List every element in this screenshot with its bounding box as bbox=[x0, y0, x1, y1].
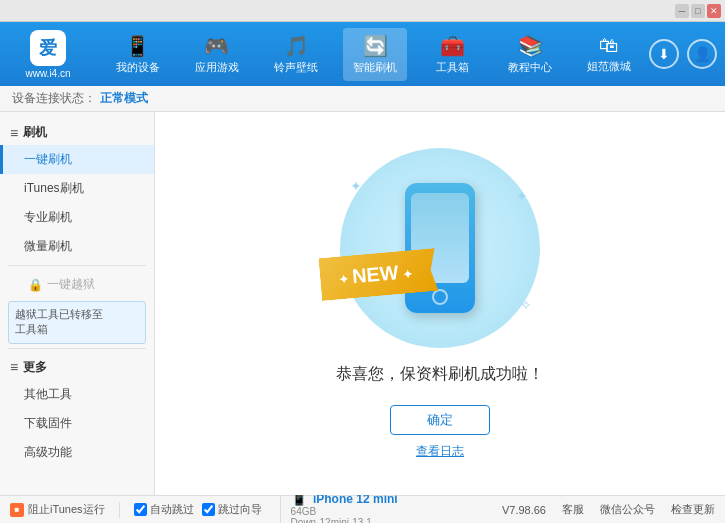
update-link[interactable]: 检查更新 bbox=[671, 502, 715, 517]
service-link[interactable]: 客服 bbox=[562, 502, 584, 517]
lock-icon: 🔒 bbox=[28, 278, 43, 292]
auto-jump-input[interactable] bbox=[134, 503, 147, 516]
sidebar: ≡ 刷机 一键刷机 iTunes刷机 专业刷机 微量刷机 🔒 一键越狱 越狱工具… bbox=[0, 112, 155, 495]
main-layout: ≡ 刷机 一键刷机 iTunes刷机 专业刷机 微量刷机 🔒 一键越狱 越狱工具… bbox=[0, 112, 725, 495]
sidebar-item-firmware[interactable]: 下载固件 bbox=[0, 409, 154, 438]
sidebar-jailbreak-disabled: 🔒 一键越狱 bbox=[0, 270, 154, 297]
nav-my-device[interactable]: 📱 我的设备 bbox=[106, 28, 170, 81]
device-info: 📱 iPhone 12 mini 64GB Down-12mini-13,1 bbox=[280, 491, 398, 523]
nav-apps-games[interactable]: 🎮 应用游戏 bbox=[185, 28, 249, 81]
logo[interactable]: 爱 www.i4.cn bbox=[8, 30, 88, 79]
nav-ringtones[interactable]: 🎵 铃声壁纸 bbox=[264, 28, 328, 81]
status-value: 正常模式 bbox=[100, 90, 148, 107]
more-section-label: 更多 bbox=[23, 359, 47, 376]
stop-icon: ■ bbox=[10, 503, 24, 517]
nav-ringtones-label: 铃声壁纸 bbox=[274, 60, 318, 75]
sidebar-divider-1 bbox=[8, 265, 146, 266]
auto-jump-checkbox[interactable]: 自动跳过 bbox=[134, 502, 194, 517]
sparkle-3: ✧ bbox=[520, 297, 532, 313]
nav-smart-flash[interactable]: 🔄 智能刷机 bbox=[343, 28, 407, 81]
nav-my-device-label: 我的设备 bbox=[116, 60, 160, 75]
bottom-left: ■ 阻止iTunes运行 自动跳过 跳过向导 📱 iPhone 12 mini … bbox=[10, 491, 502, 523]
sidebar-item-advanced[interactable]: 高级功能 bbox=[0, 438, 154, 467]
nav-toolbox[interactable]: 🧰 工具箱 bbox=[423, 28, 483, 81]
skip-wizard-input[interactable] bbox=[202, 503, 215, 516]
toolbox-icon: 🧰 bbox=[440, 34, 465, 58]
nav-right: ⬇ 👤 bbox=[649, 39, 717, 69]
device-icon: 📱 bbox=[125, 34, 150, 58]
wechat-link[interactable]: 微信公众号 bbox=[600, 502, 655, 517]
store-icon: 🛍 bbox=[599, 34, 619, 57]
device-storage: 64GB bbox=[291, 506, 398, 517]
logo-icon: 爱 bbox=[30, 30, 66, 66]
apps-icon: 🎮 bbox=[204, 34, 229, 58]
nav-store[interactable]: 🛍 姐范微城 bbox=[577, 28, 641, 80]
nav-flash-label: 智能刷机 bbox=[353, 60, 397, 75]
status-bar: 设备连接状态： 正常模式 bbox=[0, 86, 725, 112]
success-message: 恭喜您，保资料刷机成功啦！ bbox=[336, 364, 544, 385]
more-section-icon: ≡ bbox=[10, 359, 18, 375]
ringtones-icon: 🎵 bbox=[284, 34, 309, 58]
sidebar-item-itunes-flash[interactable]: iTunes刷机 bbox=[0, 174, 154, 203]
maximize-button[interactable]: □ bbox=[691, 4, 705, 18]
sidebar-item-one-key-flash[interactable]: 一键刷机 bbox=[0, 145, 154, 174]
prevent-itunes-label: 阻止iTunes运行 bbox=[28, 502, 105, 517]
logo-url: www.i4.cn bbox=[25, 68, 70, 79]
prevent-itunes[interactable]: ■ 阻止iTunes运行 bbox=[10, 502, 105, 517]
sidebar-section-flash: ≡ 刷机 bbox=[0, 118, 154, 145]
content-area: ✦ ✦ ✧ NEW 恭喜您，保资料刷机成功啦！ 确定 查看日志 bbox=[155, 112, 725, 495]
divider bbox=[119, 502, 120, 518]
sidebar-item-restore-flash[interactable]: 微量刷机 bbox=[0, 232, 154, 261]
sparkle-1: ✦ bbox=[350, 178, 362, 194]
nav-apps-label: 应用游戏 bbox=[195, 60, 239, 75]
bottom-bar: ■ 阻止iTunes运行 自动跳过 跳过向导 📱 iPhone 12 mini … bbox=[0, 495, 725, 523]
close-button[interactable]: ✕ bbox=[707, 4, 721, 18]
flash-section-icon: ≡ bbox=[10, 125, 18, 141]
version-label: V7.98.66 bbox=[502, 504, 546, 516]
sidebar-item-other-tools[interactable]: 其他工具 bbox=[0, 380, 154, 409]
auto-jump-label: 自动跳过 bbox=[150, 502, 194, 517]
sidebar-section-more: ≡ 更多 bbox=[0, 353, 154, 380]
nav-store-label: 姐范微城 bbox=[587, 59, 631, 74]
sidebar-divider-2 bbox=[8, 348, 146, 349]
jailbreak-notice: 越狱工具已转移至工具箱 bbox=[8, 301, 146, 344]
nav-tutorial-label: 教程中心 bbox=[508, 60, 552, 75]
confirm-button[interactable]: 确定 bbox=[390, 405, 490, 435]
sidebar-item-pro-flash[interactable]: 专业刷机 bbox=[0, 203, 154, 232]
device-model: Down-12mini-13,1 bbox=[291, 517, 398, 523]
status-label: 设备连接状态： bbox=[12, 90, 96, 107]
phone-body bbox=[405, 183, 475, 313]
nav-tutorial[interactable]: 📚 教程中心 bbox=[498, 28, 562, 81]
tutorial-icon: 📚 bbox=[518, 34, 543, 58]
again-link[interactable]: 查看日志 bbox=[416, 443, 464, 460]
flash-section-label: 刷机 bbox=[23, 124, 47, 141]
header: 爱 www.i4.cn 📱 我的设备 🎮 应用游戏 🎵 铃声壁纸 🔄 智能刷机 … bbox=[0, 22, 725, 86]
skip-wizard-label: 跳过向导 bbox=[218, 502, 262, 517]
sparkle-2: ✦ bbox=[516, 188, 528, 204]
skip-wizard-checkbox[interactable]: 跳过向导 bbox=[202, 502, 262, 517]
download-button[interactable]: ⬇ bbox=[649, 39, 679, 69]
bottom-right: V7.98.66 客服 微信公众号 检查更新 bbox=[502, 502, 715, 517]
minimize-button[interactable]: ─ bbox=[675, 4, 689, 18]
nav-toolbox-label: 工具箱 bbox=[436, 60, 469, 75]
phone-illustration: ✦ ✦ ✧ NEW bbox=[330, 148, 550, 348]
title-bar: ─ □ ✕ bbox=[0, 0, 725, 22]
flash-icon: 🔄 bbox=[363, 34, 388, 58]
user-button[interactable]: 👤 bbox=[687, 39, 717, 69]
nav-items: 📱 我的设备 🎮 应用游戏 🎵 铃声壁纸 🔄 智能刷机 🧰 工具箱 📚 教程中心… bbox=[98, 28, 649, 81]
